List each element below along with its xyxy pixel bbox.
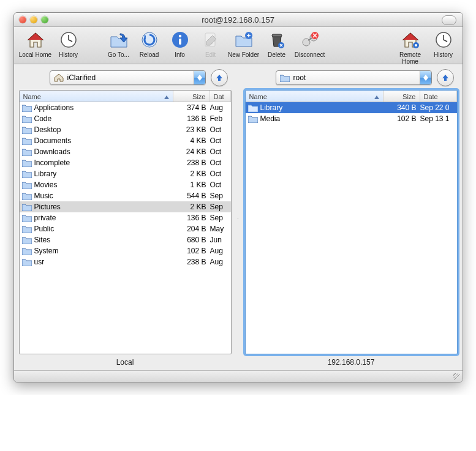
local-path-popup[interactable]: iClarified: [50, 70, 206, 85]
col-date[interactable]: Dat: [210, 91, 231, 102]
toolbar-label: Go To...: [108, 51, 129, 58]
file-size: 136 B: [170, 114, 210, 123]
folder-icon: [248, 104, 258, 112]
table-row[interactable]: Documents4 KBOct: [20, 135, 231, 146]
file-date: Sep 22 0: [420, 103, 457, 112]
local-footer-label: Local: [19, 354, 232, 367]
table-row[interactable]: Sites680 BJun: [20, 234, 231, 245]
table-row[interactable]: Library340 BSep 22 0: [246, 102, 457, 113]
splitter[interactable]: ·: [236, 69, 240, 367]
table-row[interactable]: Incomplete238 BOct: [20, 157, 231, 168]
toolbar-label: Reload: [140, 51, 159, 58]
svg-rect-7: [272, 34, 282, 37]
folder-icon: [22, 137, 32, 145]
remote-history-button[interactable]: History: [428, 29, 459, 65]
folder-icon: [22, 236, 32, 244]
info-button[interactable]: Info: [165, 29, 195, 58]
reload-button[interactable]: Reload: [134, 29, 165, 58]
window: root@192.168.0.157 Local Home History: [13, 12, 463, 382]
file-name: Downloads: [34, 147, 70, 156]
file-date: Oct: [210, 158, 231, 167]
toolbar-toggle-button[interactable]: [442, 15, 456, 25]
file-name: Desktop: [34, 125, 61, 134]
file-date: Feb: [210, 114, 231, 123]
goto-button[interactable]: Go To...: [104, 29, 134, 58]
file-size: 2 KB: [170, 170, 210, 178]
file-size: 24 KB: [170, 147, 210, 156]
col-name[interactable]: Name: [246, 91, 383, 102]
new-folder-icon: [233, 29, 254, 50]
table-row[interactable]: Movies1 KBOct: [20, 179, 231, 190]
delete-button[interactable]: Delete: [262, 29, 292, 58]
file-date: Oct: [210, 170, 231, 178]
close-button[interactable]: [19, 16, 26, 23]
file-name: Applications: [34, 103, 74, 112]
file-date: Aug: [210, 247, 231, 255]
svg-point-3: [178, 35, 181, 37]
col-size[interactable]: Size: [173, 91, 210, 102]
remote-pane: root Name: [245, 69, 458, 367]
clock-icon: [433, 29, 454, 50]
local-file-list[interactable]: Name Size Dat Applications374 BAugCode13…: [19, 90, 232, 354]
file-size: 1 KB: [170, 181, 210, 189]
toolbar-label: Local Home: [19, 51, 51, 58]
table-row[interactable]: Music544 BSep: [20, 190, 231, 201]
table-row[interactable]: System102 BAug: [20, 245, 231, 256]
home-icon: [54, 73, 64, 82]
toolbar: Local Home History Go To... Relo: [14, 27, 463, 64]
col-name[interactable]: Name: [20, 91, 173, 102]
file-size: 23 KB: [170, 125, 210, 134]
toolbar-label: History: [434, 51, 453, 58]
table-row[interactable]: Media102 BSep 13 1: [246, 113, 457, 124]
local-home-button[interactable]: Local Home: [18, 29, 53, 58]
remote-path-popup[interactable]: root: [276, 70, 432, 85]
col-date[interactable]: Date: [420, 91, 457, 102]
sort-asc-icon: [164, 93, 169, 100]
toolbar-label: Disconnect: [295, 51, 325, 58]
file-date: Sep: [210, 192, 231, 200]
remote-file-list[interactable]: Name Size Date Library340 BSep 22 0Media…: [245, 90, 458, 354]
local-column-header[interactable]: Name Size Dat: [20, 91, 231, 102]
local-path-label: iClarified: [67, 73, 96, 82]
disconnect-button[interactable]: Disconnect: [292, 29, 328, 58]
new-folder-button[interactable]: New Folder: [226, 29, 262, 58]
file-date: Sep: [210, 214, 231, 222]
table-row[interactable]: Downloads24 KBOct: [20, 146, 231, 157]
remote-up-button[interactable]: [437, 69, 454, 86]
folder-icon: [22, 126, 32, 134]
table-row[interactable]: Applications374 BAug: [20, 102, 231, 113]
remote-column-header[interactable]: Name Size Date: [246, 91, 457, 102]
file-date: Oct: [210, 147, 231, 156]
file-name: Music: [34, 192, 53, 200]
remote-home-button[interactable]: Remote Home: [393, 29, 428, 65]
svg-rect-4: [179, 39, 181, 45]
sort-asc-icon: [374, 93, 379, 100]
file-name: Pictures: [34, 203, 61, 211]
table-row[interactable]: Library2 KBOct: [20, 168, 231, 179]
file-date: Sep 13 1: [420, 114, 457, 123]
folder-icon: [22, 159, 32, 167]
table-row[interactable]: Code136 BFeb: [20, 113, 231, 124]
zoom-button[interactable]: [41, 16, 48, 23]
file-size: 4 KB: [170, 136, 210, 145]
file-size: 136 B: [170, 214, 210, 222]
local-up-button[interactable]: [211, 69, 228, 86]
toolbar-label: History: [59, 51, 78, 58]
table-row[interactable]: usr238 BAug: [20, 256, 231, 267]
edit-button: Edit: [195, 29, 226, 58]
table-row[interactable]: Pictures2 KBSep: [20, 201, 231, 212]
minimize-button[interactable]: [30, 16, 37, 23]
file-size: 204 B: [170, 225, 210, 233]
toolbar-label: Delete: [268, 51, 285, 58]
local-pane: iClarified Name: [19, 69, 232, 367]
table-row[interactable]: private136 BSep: [20, 212, 231, 223]
table-row[interactable]: Desktop23 KBOct: [20, 124, 231, 135]
svg-point-13: [415, 44, 417, 47]
local-history-button[interactable]: History: [53, 29, 84, 58]
arrow-up-icon: [441, 73, 450, 82]
disconnect-icon: [300, 29, 320, 50]
table-row[interactable]: Public204 BMay: [20, 223, 231, 234]
edit-icon: [200, 29, 221, 50]
col-size[interactable]: Size: [383, 91, 420, 102]
resize-handle[interactable]: [14, 370, 463, 382]
